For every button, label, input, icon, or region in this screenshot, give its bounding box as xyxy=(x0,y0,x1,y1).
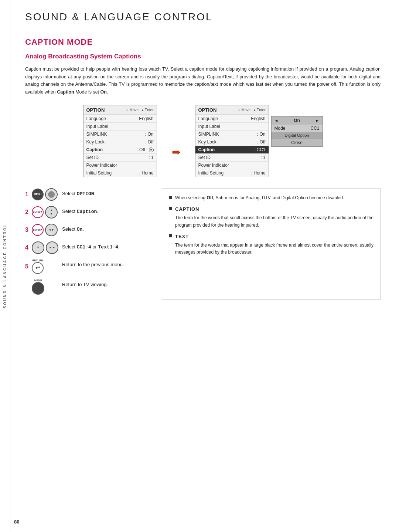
menu1-row-initial: Initial Setting : Home xyxy=(83,169,157,177)
lr-arrows: ◄ ► xyxy=(48,228,55,231)
menu1-row-powerind: Power Indicator xyxy=(83,162,157,169)
side-label-wrapper: SOUND & LANGUAGE CONTROL xyxy=(0,0,10,532)
nav-button-1 xyxy=(45,188,58,201)
nav-button-4a: ▼ xyxy=(32,241,44,254)
step-3-badge: 3 ENTER● ◄ ► xyxy=(25,224,58,236)
menu2-row-simplink: SIMPLINK : On xyxy=(195,131,269,138)
popup-close-button[interactable]: Close xyxy=(272,139,323,146)
menu1-row-language: Language : English xyxy=(83,115,157,123)
menu2-row-powerind: Power Indicator xyxy=(195,162,269,169)
info-text-1: When selecting Off, Sub-menus for Analog… xyxy=(175,194,344,201)
body-text: Caption must be provided to help people … xyxy=(25,65,381,96)
lr-arrows-4: ◄ ► xyxy=(49,246,55,249)
step-4-badge: 4 ▼ ◄ ► xyxy=(25,241,58,254)
subsection-title: Analog Broadcasting System Captions xyxy=(25,53,381,60)
menu1-row-simplink: SIMPLINK : On xyxy=(83,131,157,138)
menu1-row-keylock: Key Lock : Off xyxy=(83,138,157,146)
menu2-row-caption: Caption : CC1 xyxy=(195,146,269,154)
menu-header-1: OPTION ✣ Move ● Enter xyxy=(83,105,157,115)
info-box: When selecting Off, Sub-menus for Analog… xyxy=(162,188,381,300)
enter-icon: ● xyxy=(149,148,154,152)
step-5-text: Return to the previous menu. xyxy=(62,259,124,268)
nav-inner-1 xyxy=(48,191,55,198)
ud-arrows: ▲ ▼ xyxy=(50,209,53,216)
step-6: 6 MENU Return to TV viewing. xyxy=(25,279,151,295)
arrow-right-icon: ➡ xyxy=(172,146,180,158)
page-title: SOUND & LANGUAGE CONTROL xyxy=(25,11,381,26)
menu2-row-initial: Initial Setting : Home xyxy=(195,169,269,177)
step-2-text: Select Caption. xyxy=(62,206,98,216)
info-bullet-caption: CAPTION The term for the words that scro… xyxy=(169,205,374,229)
bullet-icon-text xyxy=(169,234,172,237)
enter-button-3: ENTER● xyxy=(32,224,44,236)
step-4-text: Select CC1-4 or Text1-4. xyxy=(62,241,120,251)
text-title: TEXT xyxy=(175,233,374,240)
step-3: 3 ENTER● ◄ ► Select On. xyxy=(25,224,151,236)
step-1-badge: 1 MENU xyxy=(25,188,58,201)
caption-title: CAPTION xyxy=(175,205,374,213)
step-6-text: Return to TV viewing. xyxy=(62,279,108,288)
menu-button: MENU xyxy=(32,189,44,200)
step-1: 1 MENU Select OPTION. xyxy=(25,188,151,201)
menu-button-6 xyxy=(32,282,44,295)
caption-text: The term for the words that scroll acros… xyxy=(175,214,374,228)
step-2: 2 ENTER● ▲ ▼ Select Caption. xyxy=(25,206,151,218)
menu-box-2: OPTION ✣ Move ● Enter Language : English… xyxy=(195,105,269,177)
steps-area: 1 MENU Select OPTION. 2 ENTER● ▲ ▼ xyxy=(25,188,381,300)
step-5: 5 RETURN ↩ Return to the previous menu. xyxy=(25,259,151,274)
return-label: RETURN xyxy=(32,259,43,262)
step-1-text: Select OPTION. xyxy=(62,188,95,198)
popup-on-value: On xyxy=(294,118,300,123)
popup-right-arrow[interactable]: ► xyxy=(316,118,320,123)
side-label: SOUND & LANGUAGE CONTROL xyxy=(3,223,7,308)
menu-box-1: OPTION ✣ Move ● Enter Language : English… xyxy=(83,105,157,177)
menu1-title: OPTION xyxy=(86,107,105,113)
step-6-badge: 6 MENU xyxy=(25,279,58,295)
text-text: The term for the words that appear in a … xyxy=(175,242,374,256)
popup-nav-row: ◄ On ► xyxy=(272,116,323,125)
return-button: ↩ xyxy=(32,262,44,274)
menu1-nav: ✣ Move ● Enter xyxy=(126,108,154,112)
menu-header-2: OPTION ✣ Move ● Enter xyxy=(195,105,269,115)
menu2-row-inputlabel: Input Label xyxy=(195,123,269,131)
steps-left: 1 MENU Select OPTION. 2 ENTER● ▲ ▼ xyxy=(25,188,151,300)
step-5-badge: 5 RETURN ↩ xyxy=(25,259,58,274)
caption-popup: ◄ On ► Mode CC1 Digital Option Close xyxy=(271,116,323,147)
step-2-badge: 2 ENTER● ▲ ▼ xyxy=(25,206,58,218)
popup-digital-option[interactable]: Digital Option xyxy=(272,132,323,139)
popup-mode-row: Mode CC1 xyxy=(272,125,323,132)
menu2-row-keylock: Key Lock : Off xyxy=(195,138,269,146)
menu-label: MENU xyxy=(34,279,42,282)
nav-button-3: ◄ ► xyxy=(45,224,58,236)
step-4: 4 ▼ ◄ ► Select CC1-4 or Text1-4. xyxy=(25,241,151,254)
info-bullet-text: TEXT The term for the words that appear … xyxy=(169,233,374,256)
menu1-row-setid: Set ID : 1 xyxy=(83,154,157,162)
enter-button-2: ENTER● xyxy=(32,206,44,218)
bullet-icon-caption xyxy=(169,207,172,210)
main-content: SOUND & LANGUAGE CONTROL CAPTION MODE An… xyxy=(14,0,399,315)
popup-mode-value: CC1 xyxy=(310,126,319,131)
menu2-row-setid: Set ID : 1 xyxy=(195,154,269,162)
menu2-nav: ✣ Move ● Enter xyxy=(238,108,266,112)
diagrams-row: OPTION ✣ Move ● Enter Language : English… xyxy=(25,105,381,177)
menu1-row-inputlabel: Input Label xyxy=(83,123,157,131)
step-3-text: Select On. xyxy=(62,224,84,233)
nav-button-4b: ◄ ► xyxy=(46,241,58,254)
menu2-with-popup: OPTION ✣ Move ● Enter Language : English… xyxy=(195,105,323,177)
info-bullet-1: When selecting Off, Sub-menus for Analog… xyxy=(169,194,374,201)
menu2-row-language: Language : English xyxy=(195,115,269,123)
popup-left-arrow[interactable]: ◄ xyxy=(274,118,279,123)
popup-mode-label: Mode xyxy=(274,126,286,131)
bullet-icon-1 xyxy=(169,196,172,199)
menu2-title: OPTION xyxy=(198,107,217,113)
menu1-row-caption: Caption : Off ● xyxy=(83,146,157,154)
page-number: 80 xyxy=(14,519,19,525)
nav-button-2: ▲ ▼ xyxy=(45,206,58,218)
section-title: CAPTION MODE xyxy=(25,37,381,47)
